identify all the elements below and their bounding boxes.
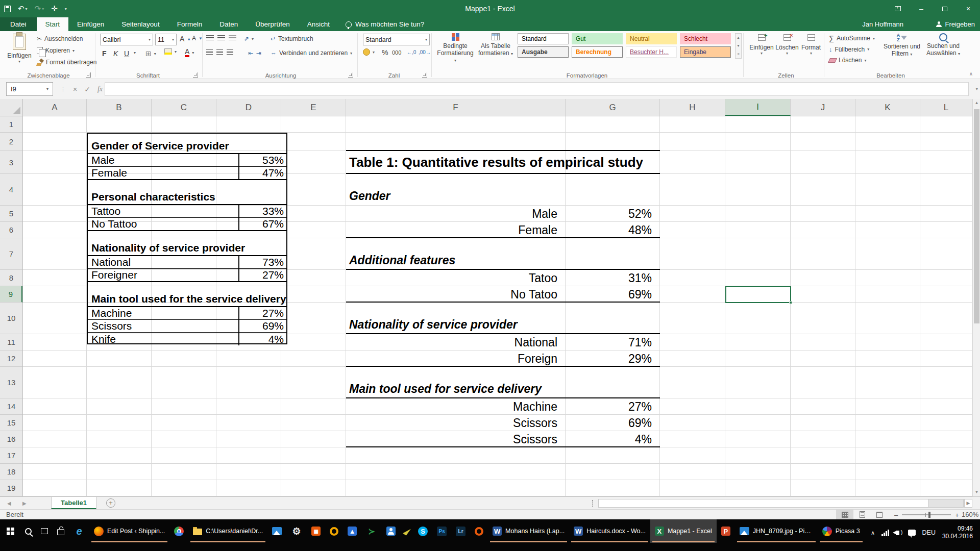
delete-cells-button[interactable]: Löschen▾ bbox=[775, 34, 799, 56]
row-header-12[interactable]: 12 bbox=[0, 350, 22, 367]
accounting-format-icon[interactable]: ▾ bbox=[363, 48, 375, 56]
source-table-picture[interactable]: Gender of Service providerMale53%Female4… bbox=[87, 133, 287, 344]
font-dialog-launcher[interactable] bbox=[193, 72, 198, 78]
maximize-button[interactable] bbox=[933, 0, 957, 17]
cell-section-header[interactable]: Additional features bbox=[349, 238, 655, 270]
comma-style-button[interactable]: 000 bbox=[392, 49, 401, 56]
row-header-1[interactable]: 1 bbox=[0, 116, 22, 133]
decrease-font-icon[interactable]: A▼ bbox=[192, 35, 203, 42]
clipboard-dialog-launcher[interactable] bbox=[86, 72, 91, 78]
font-size-select[interactable]: 11▾ bbox=[155, 34, 177, 45]
format-cells-button[interactable]: Format▾ bbox=[799, 34, 823, 56]
taskbar-word-window[interactable]: WHaircuts.docx - Wo... bbox=[569, 519, 650, 543]
taskbar-picasa-window[interactable]: Picasa 3 bbox=[818, 519, 865, 543]
cell-value[interactable]: 71% bbox=[566, 334, 656, 350]
taskbar-excel-window[interactable]: XMappe1 - Excel bbox=[650, 519, 717, 543]
cell-value[interactable]: 48% bbox=[566, 222, 656, 238]
row-header-16[interactable]: 16 bbox=[0, 431, 22, 447]
minimize-button[interactable]: – bbox=[910, 0, 933, 17]
conditional-formatting-button[interactable]: BedingteFormatierung ▾ bbox=[436, 33, 475, 64]
cell-value[interactable]: 52% bbox=[566, 206, 656, 222]
insert-function-icon[interactable]: fx bbox=[97, 85, 103, 93]
row-header-11[interactable]: 11 bbox=[0, 334, 22, 350]
row-header-7[interactable]: 7 bbox=[0, 238, 22, 270]
cell-value[interactable]: 31% bbox=[566, 270, 656, 286]
confirm-entry-icon[interactable]: ✓ bbox=[84, 85, 90, 93]
vertical-align-icons[interactable] bbox=[206, 35, 236, 41]
decrease-decimal-icon[interactable]: ,00→ bbox=[419, 49, 431, 55]
orientation-icon[interactable]: ⇗▾ bbox=[244, 35, 254, 42]
taskbar-explorer-window[interactable]: C:\Users\daniel\Dr... bbox=[188, 519, 267, 543]
normal-view-button[interactable] bbox=[836, 510, 853, 519]
row-header-2[interactable]: 2 bbox=[0, 133, 22, 151]
col-header-H[interactable]: H bbox=[660, 99, 725, 116]
taskbar-clock-badge-pinned[interactable] bbox=[325, 519, 343, 543]
paste-button[interactable]: Einfügen▾ bbox=[6, 34, 33, 64]
sort-filter-button[interactable]: AZ Sortieren undFiltern ▾ bbox=[881, 33, 922, 58]
find-select-button[interactable]: Suchen undAuswählen ▾ bbox=[925, 33, 962, 57]
col-header-A[interactable]: A bbox=[23, 99, 87, 116]
volume-icon[interactable] bbox=[896, 528, 899, 537]
style-besuchter-h-[interactable]: Besuchter H... bbox=[626, 46, 677, 58]
style-neutral[interactable]: Neutral bbox=[626, 33, 677, 44]
horizontal-scroll-thumb[interactable] bbox=[599, 499, 928, 507]
cell-label[interactable]: Machine bbox=[346, 398, 561, 415]
tell-me-box[interactable]: Was möchten Sie tun? bbox=[338, 17, 431, 31]
format-painter-button[interactable]: Format übertragen bbox=[37, 59, 96, 66]
merge-center-button[interactable]: ⇔Verbinden und zentrieren▾ bbox=[271, 49, 352, 57]
vertical-scrollbar[interactable]: ▲ ▼ bbox=[972, 99, 980, 496]
cell-label[interactable]: Foreign bbox=[346, 350, 561, 367]
col-header-C[interactable]: C bbox=[152, 99, 216, 116]
tab-überprüfen[interactable]: Überprüfen bbox=[247, 17, 299, 31]
cell-label[interactable]: Scissors bbox=[346, 415, 561, 431]
style-schlecht[interactable]: Schlecht bbox=[680, 33, 731, 44]
cut-button[interactable]: ✂Ausschneiden bbox=[37, 35, 83, 42]
taskbar-powerpoint-pinned[interactable]: P bbox=[717, 519, 735, 543]
fill-handle[interactable] bbox=[789, 301, 792, 304]
number-dialog-launcher[interactable] bbox=[422, 72, 427, 78]
tab-daten[interactable]: Daten bbox=[211, 17, 247, 31]
tab-formeln[interactable]: Formeln bbox=[168, 17, 211, 31]
formula-input[interactable] bbox=[105, 82, 969, 96]
page-layout-view-button[interactable] bbox=[853, 510, 871, 519]
sheet-nav-left-icon[interactable]: ◀ bbox=[7, 497, 11, 509]
cell-F3-title[interactable]: Table 1: Quantitative results of empiric… bbox=[349, 151, 655, 174]
row-header-13[interactable]: 13 bbox=[0, 367, 22, 398]
taskbar-photoshop-pinned[interactable]: Ps bbox=[432, 519, 451, 543]
cell-label[interactable]: Tatoo bbox=[346, 270, 561, 286]
page-break-view-button[interactable] bbox=[871, 510, 888, 519]
sheet-nav-right-icon[interactable]: ▶ bbox=[22, 497, 27, 509]
network-icon[interactable] bbox=[881, 530, 889, 536]
styles-gallery-scrollbar[interactable]: ▲▼≡ bbox=[735, 33, 742, 59]
taskbar-skype-pinned[interactable]: S bbox=[413, 519, 432, 543]
italic-button[interactable]: K bbox=[113, 49, 118, 58]
cell-value[interactable]: 27% bbox=[566, 398, 656, 415]
borders-icon[interactable]: ⊞▾ bbox=[145, 49, 156, 58]
row-header-15[interactable]: 15 bbox=[0, 415, 22, 431]
selected-cell-I9[interactable] bbox=[725, 286, 791, 303]
taskbar-play-green-pinned[interactable]: ≻ bbox=[361, 519, 382, 543]
horizontal-align-icons[interactable] bbox=[206, 49, 233, 55]
fill-color-icon[interactable]: ▾ bbox=[164, 48, 177, 55]
zoom-level[interactable]: 160% bbox=[962, 511, 978, 518]
cell-section-header[interactable]: Gender bbox=[349, 174, 655, 206]
tray-clock[interactable]: 09:46 30.04.2016 bbox=[942, 525, 975, 540]
taskbar-edge-pinned[interactable]: e bbox=[69, 519, 89, 543]
cell-label[interactable]: National bbox=[346, 334, 561, 350]
style-gut[interactable]: Gut bbox=[572, 33, 623, 44]
row-header-14[interactable]: 14 bbox=[0, 398, 22, 415]
col-header-L[interactable]: L bbox=[920, 99, 972, 116]
scroll-right-icon[interactable]: ▶ bbox=[964, 499, 972, 508]
tab-splitter[interactable] bbox=[592, 500, 594, 507]
underline-button[interactable]: U bbox=[124, 49, 129, 58]
cell-label[interactable]: Male bbox=[346, 206, 561, 222]
name-box[interactable]: I9▾ bbox=[6, 82, 53, 96]
scroll-up-icon[interactable]: ▲ bbox=[973, 99, 980, 107]
tab-einfügen[interactable]: Einfügen bbox=[68, 17, 113, 31]
start-button[interactable] bbox=[0, 519, 20, 543]
taskbar-photo-viewer-window[interactable]: JHN_8709.jpg - Pic... bbox=[735, 519, 818, 543]
tab-start[interactable]: Start bbox=[37, 17, 69, 31]
cell-label[interactable]: Female bbox=[346, 222, 561, 238]
cell-value[interactable]: 4% bbox=[566, 431, 656, 447]
close-button[interactable]: × bbox=[957, 0, 980, 17]
